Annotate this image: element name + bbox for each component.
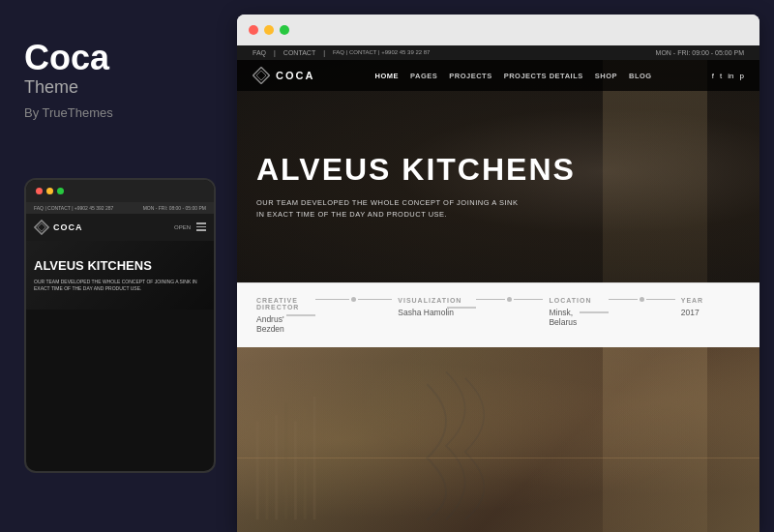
kitchen-decor-svg (237, 347, 759, 532)
theme-title-block: Coca Theme By TrueThemes (24, 39, 113, 149)
browser-dot-red[interactable] (249, 25, 258, 35)
hero-desc-line2: IN EXACT TIME OF THE DAY AND PRODUCT USE… (256, 209, 740, 221)
hero-desc-line1: OUR TEAM DEVELOPED THE WHOLE CONCEPT OF … (256, 197, 740, 209)
nav-home[interactable]: HOME (375, 72, 400, 80)
mobile-nav-right: OPEN (174, 222, 206, 231)
svg-rect-1 (38, 222, 45, 230)
hamburger-line-3 (196, 229, 206, 231)
info-year: YEAR 2017 (681, 297, 740, 317)
info-sep-2 (476, 297, 549, 302)
hero-content: ALVEUS KITCHENS OUR TEAM DEVELOPED THE W… (256, 152, 740, 221)
theme-author: By TrueThemes (24, 105, 113, 120)
mobile-dot-green (57, 188, 64, 194)
topbar-phone: FAQ | CONTACT | +9902 45 39 22 87 (333, 49, 430, 56)
topbar-sep2: | (323, 49, 325, 56)
mobile-hero-title: ALVEUS KITCHENS (34, 258, 206, 274)
site-hero: COCA HOME PAGES PROJECTS PROJECTS DETAIL… (237, 60, 759, 282)
svg-rect-10 (313, 397, 316, 519)
mobile-dot-red (36, 188, 43, 194)
browser-chrome (237, 15, 759, 45)
info-label-viz: VISUALIZATION (398, 297, 461, 304)
info-label-loc: LOCATION (549, 297, 593, 304)
mobile-topbar-left: FAQ | CONTACT | +9902 45 392 287 (34, 205, 113, 211)
facebook-icon[interactable]: f (712, 72, 714, 80)
topbar-sep1: | (274, 49, 276, 56)
info-value-viz: Sasha Hamolin (398, 308, 461, 317)
site-bottom-image (237, 347, 759, 532)
browser-dot-green[interactable] (280, 25, 289, 35)
topbar-faq[interactable]: FAQ (253, 49, 266, 56)
site-topbar-left: FAQ | CONTACT | FAQ | CONTACT | +9902 45… (253, 49, 430, 56)
svg-rect-6 (275, 415, 278, 519)
mobile-logo-diamond (34, 220, 49, 235)
left-panel: Coca Theme By TrueThemes FAQ | CONTACT |… (0, 0, 237, 532)
info-value-loc: Minsk, Belarus (549, 308, 593, 327)
nav-pages[interactable]: PAGES (410, 72, 437, 80)
theme-name: Coca (24, 39, 113, 77)
info-bar: CREATIVE DIRECTOR Andrus' Bezden VISUALI… (237, 282, 759, 347)
svg-rect-4 (256, 421, 259, 519)
nav-shop[interactable]: SHOP (595, 72, 617, 80)
mobile-hero-content: ALVEUS KITCHENS OUR TEAM DEVELOPED THE W… (34, 258, 206, 293)
mobile-topbar-right: MON - FRI: 08:00 - 05:00 PM (143, 205, 206, 211)
mobile-logo: COCA (34, 220, 83, 235)
info-location: LOCATION Minsk, Belarus (549, 297, 608, 327)
mobile-hero: ALVEUS KITCHENS OUR TEAM DEVELOPED THE W… (26, 241, 214, 310)
svg-rect-5 (265, 409, 268, 520)
mobile-dot-yellow (46, 188, 53, 194)
hamburger-line-2 (196, 226, 206, 228)
mobile-topbar: FAQ | CONTACT | +9902 45 392 287 MON - F… (26, 202, 214, 214)
svg-rect-3 (256, 71, 266, 80)
mobile-hero-desc: OUR TEAM DEVELOPED THE WHOLE CONCEPT OF … (34, 279, 206, 292)
info-sep-3 (609, 297, 681, 302)
browser-panel: FAQ | CONTACT | FAQ | CONTACT | +9902 45… (237, 15, 759, 532)
info-creative-director: CREATIVE DIRECTOR Andrus' Bezden (256, 297, 315, 334)
mobile-logo-text: COCA (53, 222, 83, 232)
site-navbar: COCA HOME PAGES PROJECTS PROJECTS DETAIL… (237, 60, 759, 91)
pinterest-icon[interactable]: p (740, 72, 744, 80)
mobile-preview: FAQ | CONTACT | +9902 45 392 287 MON - F… (24, 178, 216, 473)
info-sep-1 (315, 297, 398, 302)
instagram-icon[interactable]: in (728, 72, 733, 80)
svg-rect-0 (35, 221, 48, 234)
info-label-creative: CREATIVE DIRECTOR (256, 297, 301, 310)
info-value-year: 2017 (681, 308, 726, 317)
mobile-open-text: OPEN (174, 224, 191, 230)
info-label-year: YEAR (681, 297, 726, 304)
svg-rect-9 (304, 409, 307, 520)
svg-rect-7 (284, 402, 287, 519)
hamburger-line-1 (196, 222, 206, 224)
topbar-contact[interactable]: CONTACT (283, 49, 315, 56)
svg-rect-8 (294, 421, 297, 519)
site-topbar: FAQ | CONTACT | FAQ | CONTACT | +9902 45… (237, 45, 759, 60)
mobile-chrome-dots (26, 180, 214, 202)
site-nav-links: HOME PAGES PROJECTS PROJECTS DETAILS SHO… (375, 72, 652, 80)
site-logo: COCA (253, 67, 314, 84)
site-logo-text: COCA (276, 70, 314, 81)
browser-content: FAQ | CONTACT | FAQ | CONTACT | +9902 45… (237, 45, 759, 532)
hero-title: ALVEUS KITCHENS (256, 152, 740, 188)
theme-type: Theme (24, 77, 113, 98)
nav-projects-details[interactable]: PROJECTS DETAILS (504, 72, 583, 80)
nav-projects[interactable]: PROJECTS (449, 72, 491, 80)
nav-blog[interactable]: BLOG (629, 72, 652, 80)
twitter-icon[interactable]: t (720, 72, 722, 80)
social-icons: f t in p (712, 72, 744, 80)
mobile-navbar: COCA OPEN (26, 214, 214, 241)
svg-rect-2 (253, 68, 270, 84)
browser-dot-yellow[interactable] (264, 25, 274, 35)
info-value-creative: Andrus' Bezden (256, 314, 301, 334)
info-visualization: VISUALIZATION Sasha Hamolin (398, 297, 476, 317)
topbar-hours: MON - FRI: 09:00 - 05:00 PM (656, 49, 744, 56)
logo-diamond-icon (253, 67, 270, 84)
hamburger-icon[interactable] (196, 222, 206, 231)
